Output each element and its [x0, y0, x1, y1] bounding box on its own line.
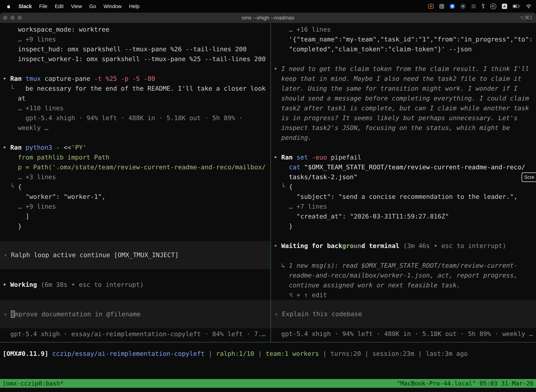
terminal-text-segment: … +9 lines	[3, 203, 56, 210]
terminal-text-segment: workspace_mode: worktree	[3, 26, 109, 33]
terminal-line: readme-and-reco/mailbox/worker-1.json, a…	[271, 271, 536, 280]
omx-status-text: [OMX#0.11.9] cczip/essay/ai-reimplementa…	[0, 349, 536, 359]
menu-edit[interactable]: Edit	[55, 4, 64, 9]
terminal-line: … +110 lines	[0, 103, 270, 113]
terminal-line: from pathlib import Path	[0, 152, 270, 162]
terminal-line: inspect task2's JSON, focusing on the st…	[271, 123, 536, 133]
terminal-text-segment: inspect_hud: omx sparkshell --tmux-pane …	[3, 46, 247, 53]
battery-icon[interactable]	[513, 4, 520, 9]
terminal-line: later. Using the same for transition mig…	[271, 84, 536, 93]
terminal-line: at	[0, 93, 270, 103]
terminal-text-segment: be necessary for the end of the README. …	[25, 85, 266, 92]
terminal-text-segment: cat	[289, 163, 304, 171]
terminal-text-segment: Waiting for back	[281, 242, 342, 249]
terminal-line: continue assigned work or next feasible …	[271, 280, 536, 290]
terminal-line: workspace_mode: worktree	[0, 25, 270, 34]
terminal-line: … +9 lines	[0, 202, 270, 211]
terminal-line: … +16 lines	[271, 25, 536, 34]
assistant-swirl-icon[interactable]	[460, 4, 466, 9]
grid-icon[interactable]	[439, 4, 444, 9]
terminal-text-segment: … +3 lines	[3, 173, 56, 181]
menu-help[interactable]: Help	[129, 4, 140, 9]
terminal-text-segment: gpt-5.4 xhigh · 94% left · 488K in · 5.1…	[3, 114, 243, 121]
terminal-line: inspect_worker-1: omx sparkshell --tmux-…	[0, 54, 270, 64]
terminal-text-segment: •	[274, 242, 281, 249]
tmux-status-bar: [omx-cczip0:bash* "MacBook-Pro-44.local"…	[0, 379, 536, 388]
terminal-text-segment: turns:20	[330, 350, 361, 357]
screen-tooltip-text: Scre	[524, 174, 534, 180]
terminal-text-segment: cczip/essay/ai-reimplementation-copyleft	[52, 350, 205, 357]
terminal-text-segment: {	[289, 183, 293, 190]
menu-view[interactable]: View	[71, 4, 82, 9]
menu-bar: Slack File Edit View Go Window Help 61 A	[0, 0, 536, 13]
terminal-line: "subject": "send a concise recommendatio…	[271, 192, 536, 202]
terminal-text-segment: Explain this codebase	[282, 310, 362, 317]
terminal-text-segment: └	[274, 183, 289, 190]
terminal-output: workspace_mode: worktree … +9 lines insp…	[0, 25, 270, 241]
terminal-text-segment: … +9 lines	[3, 36, 56, 43]
terminal-line: … +9 lines	[0, 34, 270, 44]
terminal-text-segment: continue assigned work or next feasible …	[274, 281, 460, 289]
terminal-text-segment: -euo	[312, 154, 331, 161]
blue-app-icon[interactable]	[450, 4, 455, 9]
wifi-icon[interactable]	[526, 4, 531, 9]
battery-percentage-value: 61	[492, 5, 495, 8]
terminal-text-segment: ]	[3, 213, 29, 220]
terminal-line	[0, 231, 270, 241]
window-titlebar: omx --xhigh --madmax ⌥⌘1	[0, 13, 536, 23]
key-icon[interactable]	[482, 4, 485, 9]
dots-grid-icon[interactable]	[471, 4, 476, 9]
terminal-text-segment: ›	[274, 310, 282, 317]
terminal-line: task2 after task1 is complete, but can I…	[271, 103, 536, 113]
terminal-text-segment: tasks/task-2.json"	[274, 173, 358, 181]
menu-file[interactable]: File	[39, 4, 48, 9]
terminal-text-segment: inspect task2's JSON, focusing on the st…	[274, 124, 510, 131]
terminal-line: tasks/task-2.json"	[271, 172, 536, 182]
terminal-line: "completed","claim_token":"claim-token"}…	[271, 44, 536, 54]
terminal-text-segment: … +110 lines	[3, 104, 64, 112]
terminal-text-segment: mprove documentation in @filename	[15, 311, 140, 318]
terminal-line: └ {	[271, 182, 536, 192]
terminal-line: • Ran set -euo pipefail	[271, 152, 536, 162]
terminal-line: › Explain this codebase	[271, 309, 536, 319]
desktop: { "menu_bar": { "app_name": "Slack", "it…	[0, 0, 536, 392]
composer-input[interactable]: › Explain this codebase	[271, 300, 536, 328]
tmux-host-clock: "MacBook-Pro-44.local" 05:03 31-Mar-26	[397, 379, 534, 388]
terminal-text-segment	[274, 163, 289, 171]
menu-app-name[interactable]: Slack	[19, 4, 32, 9]
input-source-icon[interactable]: A	[502, 4, 507, 9]
terminal-line: weekly …	[0, 123, 270, 133]
terminal-text-segment: I need to get the claim token from the c…	[281, 65, 529, 72]
terminal-text-segment: •	[3, 144, 10, 151]
terminal-line: pending.	[271, 133, 536, 143]
terminal-text-segment: readme-and-reco/mailbox/worker-1.json, a…	[274, 272, 517, 279]
window-shortcut-hint: ⌥⌘1	[519, 13, 532, 23]
screen-tooltip-overlay: Scre	[522, 173, 536, 182]
terminal-text-segment: }	[3, 223, 22, 230]
terminal-text-segment: (6m 38s • esc to interrupt)	[41, 281, 144, 288]
terminal-output: … +16 lines '{"team_name":"my-team","tas…	[271, 25, 536, 300]
menu-go[interactable]: Go	[89, 4, 96, 9]
screen-recording-indicator-icon[interactable]	[428, 4, 434, 9]
terminal-line: ]	[0, 211, 270, 221]
terminal-line: • I need to get the claim token from the…	[271, 64, 536, 74]
terminal-line	[0, 64, 270, 74]
terminal-text-segment: gro	[342, 242, 354, 249]
apple-menu-icon[interactable]	[6, 4, 11, 9]
terminal-text-segment: - <<	[56, 144, 71, 151]
battery-percentage-badge-icon[interactable]: 61	[490, 3, 496, 9]
terminal-line: • Ran tmux capture-pane -t %25 -p -S -80	[0, 74, 270, 84]
terminal-text-segment: I	[11, 311, 15, 318]
terminal-text-segment: 1 new msg(s): read $OMX_TEAM_STATE_ROOT/…	[289, 262, 517, 269]
terminal-text-segment: •	[274, 65, 281, 72]
terminal-text-segment: }	[274, 223, 293, 230]
terminal-text-segment: Ran	[10, 144, 25, 151]
composer-input[interactable]: › Improve documentation in @filename	[0, 300, 270, 328]
terminal-text-segment: |	[414, 350, 426, 357]
terminal-line: }	[0, 221, 270, 231]
terminal-text-segment: Ran	[281, 154, 297, 161]
menu-window[interactable]: Window	[104, 4, 122, 9]
pane-status-line: gpt-5.4 xhigh · 94% left · 488K in · 5.1…	[271, 329, 536, 339]
terminal-text-segment: tmux	[25, 75, 44, 82]
terminal-text-segment	[48, 350, 52, 357]
